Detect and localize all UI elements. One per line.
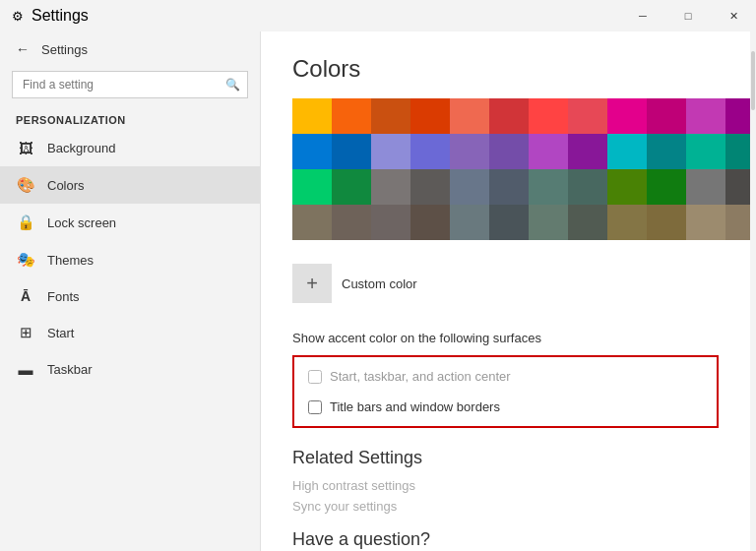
color-swatch[interactable] (529, 98, 568, 134)
color-swatch[interactable] (568, 205, 607, 240)
sidebar-item-label: Fonts (47, 289, 80, 304)
color-swatch[interactable] (410, 134, 450, 169)
color-swatch[interactable] (450, 98, 489, 134)
color-swatch[interactable] (647, 205, 686, 240)
sidebar-item-taskbar[interactable]: ▬ Taskbar (0, 351, 260, 388)
maximize-button[interactable]: □ (665, 0, 711, 31)
color-swatch[interactable] (607, 169, 647, 205)
color-swatch[interactable] (686, 134, 725, 169)
color-swatch[interactable] (725, 205, 750, 240)
sidebar-item-background[interactable]: 🖼 Background (0, 130, 260, 166)
color-swatch[interactable] (332, 98, 371, 134)
color-swatch[interactable] (725, 169, 750, 205)
sidebar-group-label: Personalization (0, 106, 260, 130)
start-taskbar-checkbox[interactable] (308, 370, 322, 384)
color-swatch[interactable] (529, 205, 568, 240)
color-swatch[interactable] (607, 205, 647, 240)
color-swatch[interactable] (686, 169, 725, 205)
color-swatch[interactable] (332, 205, 371, 240)
colors-icon: 🎨 (16, 176, 35, 194)
themes-icon: 🎭 (16, 251, 35, 269)
color-swatch[interactable] (725, 134, 750, 169)
color-swatch[interactable] (529, 134, 568, 169)
custom-color-button[interactable]: + Custom color (292, 256, 417, 311)
color-swatch[interactable] (647, 134, 686, 169)
title-bars-label: Title bars and window borders (330, 399, 500, 414)
scrollbar-track[interactable] (750, 31, 756, 551)
minimize-button[interactable]: ─ (620, 0, 665, 31)
settings-icon: ⚙ (12, 9, 24, 24)
sidebar-back-label: Settings (41, 42, 88, 57)
color-swatch[interactable] (647, 169, 686, 205)
color-swatch[interactable] (371, 134, 410, 169)
color-swatch[interactable] (529, 169, 568, 205)
start-taskbar-label: Start, taskbar, and action center (330, 369, 511, 384)
sidebar-item-lock-screen[interactable]: 🔒 Lock screen (0, 204, 260, 241)
sidebar-item-label: Taskbar (47, 362, 93, 377)
search-input[interactable] (12, 71, 248, 98)
high-contrast-link[interactable]: High contrast settings (292, 478, 719, 493)
color-swatches (292, 98, 719, 240)
color-swatch[interactable] (371, 205, 410, 240)
fonts-icon: Ā (16, 288, 35, 304)
sidebar-item-label: Background (47, 141, 115, 155)
color-swatch[interactable] (725, 98, 750, 134)
sidebar-item-colors[interactable]: 🎨 Colors (0, 166, 260, 204)
color-swatch[interactable] (647, 98, 686, 134)
color-swatch[interactable] (292, 169, 332, 205)
color-swatch[interactable] (371, 169, 410, 205)
title-bars-checkbox[interactable] (308, 400, 322, 414)
color-swatch[interactable] (410, 205, 450, 240)
sidebar-item-themes[interactable]: 🎭 Themes (0, 241, 260, 278)
plus-icon: + (292, 264, 332, 303)
accent-section-label: Show accent color on the following surfa… (292, 331, 719, 345)
sidebar-search-container: 🔍 (12, 71, 248, 98)
color-swatch[interactable] (607, 134, 647, 169)
color-swatch[interactable] (489, 98, 529, 134)
question-title: Have a question? (292, 529, 719, 550)
checkbox-row-start-taskbar[interactable]: Start, taskbar, and action center (298, 361, 713, 392)
sidebar-item-label: Start (47, 326, 74, 340)
main-layout: ← Settings 🔍 Personalization 🖼 Backgroun… (0, 31, 756, 551)
accent-options-container: Start, taskbar, and action center Title … (292, 355, 719, 428)
color-swatch[interactable] (450, 169, 489, 205)
color-swatch[interactable] (292, 98, 332, 134)
lock-icon: 🔒 (16, 214, 35, 231)
titlebar-controls: ─ □ ✕ (620, 0, 756, 31)
close-button[interactable]: ✕ (711, 0, 756, 31)
color-swatch[interactable] (686, 205, 725, 240)
color-swatch[interactable] (410, 169, 450, 205)
color-swatch[interactable] (489, 169, 529, 205)
sidebar-item-start[interactable]: ⊞ Start (0, 314, 260, 351)
color-swatch[interactable] (568, 134, 607, 169)
sidebar-item-label: Themes (47, 253, 94, 268)
color-swatch[interactable] (568, 169, 607, 205)
checkbox-row-title-bars[interactable]: Title bars and window borders (298, 392, 713, 422)
color-swatch[interactable] (332, 169, 371, 205)
page-title: Colors (292, 55, 719, 83)
start-icon: ⊞ (16, 324, 35, 341)
scrollbar-thumb[interactable] (751, 51, 755, 110)
color-swatch[interactable] (686, 98, 725, 134)
color-swatch[interactable] (450, 134, 489, 169)
titlebar-title: Settings (32, 7, 89, 25)
color-swatch[interactable] (489, 134, 529, 169)
color-swatch[interactable] (607, 98, 647, 134)
color-swatch[interactable] (489, 205, 529, 240)
back-arrow-icon: ← (16, 41, 30, 57)
color-swatch[interactable] (450, 205, 489, 240)
color-swatch[interactable] (410, 98, 450, 134)
color-swatch[interactable] (332, 134, 371, 169)
search-icon: 🔍 (225, 78, 240, 92)
custom-color-label: Custom color (342, 276, 417, 291)
color-swatch[interactable] (371, 98, 410, 134)
color-swatch[interactable] (292, 205, 332, 240)
color-swatch[interactable] (292, 134, 332, 169)
swatch-row-2 (292, 134, 719, 169)
sidebar-back-button[interactable]: ← Settings (0, 31, 260, 67)
sync-settings-link[interactable]: Sync your settings (292, 499, 719, 514)
sidebar-item-label: Colors (47, 178, 85, 193)
swatch-row-4 (292, 205, 719, 240)
sidebar-item-fonts[interactable]: Ā Fonts (0, 278, 260, 314)
color-swatch[interactable] (568, 98, 607, 134)
